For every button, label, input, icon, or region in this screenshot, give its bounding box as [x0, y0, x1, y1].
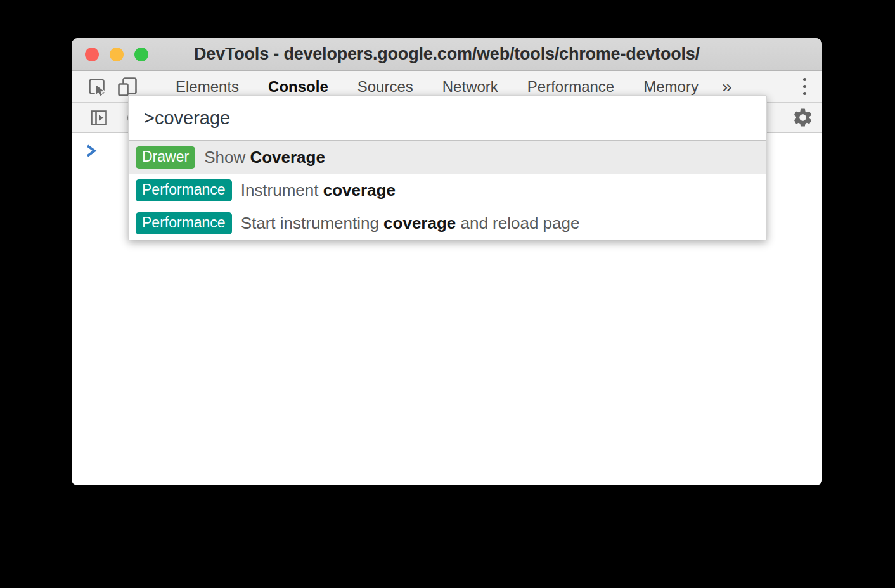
- desktop-background: { "window": { "title": "DevTools - devel…: [0, 0, 895, 588]
- console-prompt-icon: [85, 143, 98, 158]
- category-badge-performance: Performance: [136, 212, 232, 234]
- category-badge-performance: Performance: [136, 179, 232, 201]
- minimize-window-button[interactable]: [110, 48, 124, 61]
- close-window-button[interactable]: [85, 48, 99, 61]
- main-menu-kebab-icon[interactable]: [803, 78, 806, 95]
- zoom-window-button[interactable]: [134, 48, 148, 61]
- toolbar-divider: [148, 77, 148, 96]
- device-toolbar-icon[interactable]: [117, 76, 138, 98]
- command-menu-input[interactable]: >coverage: [129, 96, 766, 141]
- category-badge-drawer: Drawer: [136, 146, 195, 169]
- result-label: Instrument coverage: [241, 181, 396, 200]
- command-menu-popup: >coverage Drawer Show Coverage Performan…: [128, 95, 767, 240]
- toolbar-divider: [785, 77, 785, 96]
- console-sidebar-icon[interactable]: [89, 108, 109, 128]
- result-instrument-coverage[interactable]: Performance Instrument coverage: [129, 174, 766, 207]
- result-show-coverage[interactable]: Drawer Show Coverage: [129, 141, 766, 174]
- tabbar-right-controls: [785, 71, 822, 102]
- window-controls: [85, 38, 148, 70]
- result-label: Show Coverage: [204, 148, 325, 167]
- titlebar[interactable]: DevTools - developers.google.com/web/too…: [72, 38, 822, 71]
- settings-gear-icon[interactable]: [792, 106, 814, 129]
- inspect-element-icon[interactable]: [87, 77, 107, 97]
- command-menu-results: Drawer Show Coverage Performance Instrum…: [129, 141, 766, 240]
- devtools-window: DevTools - developers.google.com/web/too…: [72, 38, 822, 485]
- result-label: Start instrumenting coverage and reload …: [241, 214, 580, 233]
- window-title: DevTools - developers.google.com/web/too…: [72, 44, 822, 64]
- result-start-instrumenting-coverage[interactable]: Performance Start instrumenting coverage…: [129, 207, 766, 240]
